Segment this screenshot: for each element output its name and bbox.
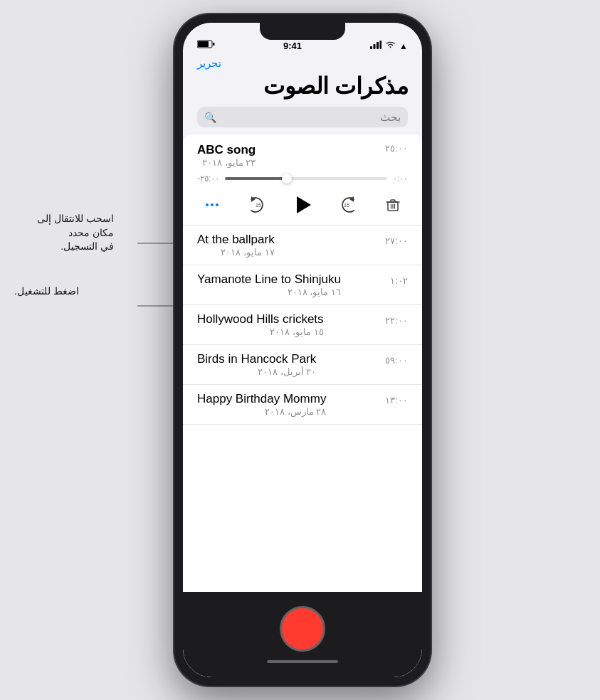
item-title-0: At the ballpark [197,233,275,247]
battery-icon [197,38,215,51]
expanded-recording-item: ٢٥:٠٠ ABC song ٢٣ مايو، ٢٠١٨ ٠:٠٠ [183,134,422,226]
recording-item-4[interactable]: ١٣:٠٠ Happy Birthday Mommy ٢٨ مارس، ٢٠١٨ [183,385,422,425]
recording-item-3[interactable]: ٥٩:٠٠ Birds in Hancock Park ٢٠ أبريل، ٢٠… [183,345,422,385]
item-date-0: ١٧ مايو، ٢٠١٨ [197,247,275,258]
phone-frame: ▲ [174,14,431,686]
scene: اسحب للانتقال إلى مكان محدد في التسجيل. … [0,0,600,700]
svg-point-23 [211,203,214,206]
svg-marker-19 [297,196,311,213]
time-remaining: -٢٥:٠٠ [197,174,219,184]
playback-controls: 15 [197,186,408,225]
item-duration-1: ١:٠٢ [390,275,408,286]
scrubber-track[interactable] [225,177,386,180]
item-info-3: Birds in Hancock Park ٢٠ أبريل، ٢٠١٨ [197,352,316,377]
search-icon: 🔍 [204,112,216,123]
callout-play: اضغط للتشغيل. [14,285,114,299]
item-date-1: ١٦ مايو، ٢٠١٨ [197,287,341,297]
svg-rect-6 [377,42,379,49]
search-bar[interactable]: 🔍 [197,107,408,127]
wifi-icon [385,41,396,51]
svg-text:15: 15 [344,203,349,208]
svg-rect-5 [374,44,376,49]
edit-bar: تحرير [183,54,422,70]
phone-screen: ▲ [183,23,422,677]
item-info-2: Hollywood Hills crickets ١٥ مايو، ٢٠١٨ [197,312,324,337]
skip-back-button[interactable]: 15 [340,195,359,215]
more-button[interactable] [204,197,220,213]
play-icon [291,193,314,216]
scrubber-thumb[interactable] [282,174,292,184]
recording-item-2[interactable]: ٢٢:٠٠ Hollywood Hills crickets ١٥ مايو، … [183,305,422,345]
status-icons: ▲ [370,41,408,51]
expanded-date: ٢٣ مايو، ٢٠١٨ [197,157,256,168]
recording-item-0[interactable]: ٢٧:٠٠ At the ballpark ١٧ مايو، ٢٠١٨ [183,226,422,265]
recordings-list: ٢٥:٠٠ ABC song ٢٣ مايو، ٢٠١٨ ٠:٠٠ [183,134,422,592]
item-duration-2: ٢٢:٠٠ [385,315,408,326]
item-info-0: At the ballpark ١٧ مايو، ٢٠١٨ [197,233,275,258]
more-icon [204,197,220,213]
record-button[interactable] [280,606,325,652]
item-duration-4: ١٣:٠٠ [385,395,408,405]
callout-scrubber: اسحب للانتقال إلى مكان محدد في التسجيل. [14,212,114,254]
item-date-2: ١٥ مايو، ٢٠١٨ [197,327,324,337]
skip-forward-button[interactable]: 15 [246,195,265,215]
svg-rect-9 [198,41,209,47]
svg-point-22 [206,203,209,206]
item-duration-0: ٢٧:٠٠ [385,235,408,246]
status-time: 9:41 [283,41,302,51]
search-input[interactable] [221,111,401,123]
signal-icon [370,41,381,51]
item-title-3: Birds in Hancock Park [197,352,316,366]
item-title-1: Yamanote Line to Shinjuku [197,272,341,287]
trash-icon [385,197,401,213]
item-title-4: Happy Birthday Mommy [197,392,326,406]
item-info-1: Yamanote Line to Shinjuku ١٦ مايو، ٢٠١٨ [197,272,341,297]
home-indicator [267,660,338,663]
edit-button[interactable]: تحرير [197,57,221,70]
app-content: تحرير مذكرات الصوت 🔍 ٢٥:٠٠ [183,54,422,592]
svg-text:15: 15 [256,203,261,208]
item-title-2: Hollywood Hills crickets [197,312,324,327]
svg-point-24 [216,203,219,206]
skip-forward-icon: 15 [246,195,265,215]
item-date-4: ٢٨ مارس، ٢٠١٨ [197,406,326,417]
skip-back-icon: 15 [340,195,359,215]
play-button[interactable] [291,193,314,216]
location-icon: ▲ [399,41,408,51]
item-date-3: ٢٠ أبريل، ٢٠١٨ [197,366,316,377]
scrubber-area[interactable]: ٠:٠٠ -٢٥:٠٠ [197,174,408,184]
item-duration-3: ٥٩:٠٠ [385,355,408,366]
notch [260,23,345,40]
expanded-title: ABC song [197,143,256,157]
delete-button[interactable] [385,197,401,213]
svg-rect-13 [391,200,395,202]
record-bar [183,592,422,677]
svg-rect-10 [213,43,215,46]
recording-item-1[interactable]: ١:٠٢ Yamanote Line to Shinjuku ١٦ مايو، … [183,265,422,305]
scrubber-fill [225,177,290,180]
page-title: مذكرات الصوت [183,70,422,107]
expanded-duration: ٢٥:٠٠ [385,143,408,154]
svg-rect-7 [380,41,382,49]
svg-rect-4 [370,46,372,49]
item-info-4: Happy Birthday Mommy ٢٨ مارس، ٢٠١٨ [197,392,326,417]
time-elapsed: ٠:٠٠ [393,174,408,184]
